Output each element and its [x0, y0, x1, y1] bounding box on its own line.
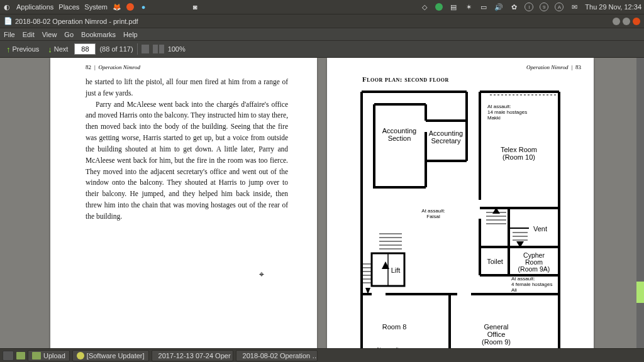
taskbar: Upload [Software Updater] 2017-12-13 07-…	[0, 348, 644, 362]
maximize-button[interactable]	[623, 18, 630, 25]
files-icon[interactable]	[16, 352, 25, 359]
menu-file[interactable]: File	[4, 31, 15, 38]
document-viewport[interactable]: 82 | Operation Nimrod he started to lift…	[0, 58, 644, 348]
arrow-down-icon: ↓	[48, 45, 52, 54]
running-head-left: Operation Nimrod	[98, 64, 140, 70]
task-doc-2[interactable]: 2018-08-02 Operation …	[236, 350, 318, 361]
page-right: Operation Nimrod | 83 Floor plan: second…	[327, 58, 594, 348]
close-button[interactable]	[633, 18, 640, 25]
task-doc-1-label: 2017-12-13 07-24 Oper …	[158, 352, 233, 359]
zoom-level[interactable]: 100%	[168, 45, 186, 53]
menu-edit[interactable]: Edit	[23, 31, 35, 38]
svg-text:AccountingSection: AccountingSection	[382, 127, 416, 142]
svg-text:Toilet: Toilet	[487, 258, 503, 265]
task-doc-2-label: 2018-08-02 Operation …	[243, 352, 318, 359]
floor-plan-diagram: AccountingSection AccountingSecretary Te…	[357, 87, 564, 348]
info-icon[interactable]: I	[525, 3, 533, 11]
page-header-right: Operation Nimrod | 83	[340, 64, 581, 70]
task-upload-label: Upload	[43, 352, 65, 359]
page-num-left: 82	[86, 64, 91, 70]
menu-help[interactable]: Help	[123, 31, 138, 38]
svg-text:Room 8: Room 8	[382, 323, 407, 331]
firefox-icon[interactable]: 🦊	[113, 3, 121, 11]
sync-icon[interactable]	[435, 3, 443, 11]
page-header-left: 82 | Operation Nimrod	[86, 64, 288, 70]
system-bar: ◐ Applications Places System 🦊 ● ◙ ◇ ▤ ✶…	[0, 0, 644, 14]
para-1: he started to lift the pistol, all four …	[86, 77, 288, 99]
svg-text:Vent: Vent	[533, 225, 547, 233]
wifi-icon[interactable]: ✶	[464, 3, 473, 11]
task-software-updater[interactable]: [Software Updater]	[72, 350, 149, 361]
menu-system[interactable]: System	[84, 3, 108, 11]
folder-icon	[32, 352, 41, 359]
svg-text:At assault:Faisal: At assault:Faisal	[421, 208, 445, 219]
ubuntu-icon[interactable]: ◐	[3, 3, 11, 11]
system-bar-right: ◇ ▤ ✶ ▭ 🔊 ✿ I 9 A ✉ Thu 29 Nov, 12:34	[420, 3, 641, 11]
svg-text:Telex Room(Room 10): Telex Room(Room 10)	[501, 146, 537, 161]
arrow-up-icon: ↑	[6, 45, 11, 54]
pdf-icon: 📄	[4, 17, 13, 26]
window-title: 2018-08-02 Operation Nimrod - print.pdf	[15, 18, 138, 25]
nine-icon[interactable]: 9	[540, 3, 548, 11]
folder-tray-icon[interactable]: ▤	[449, 3, 458, 11]
svg-text:AccountingSecretary: AccountingSecretary	[429, 129, 463, 145]
menu-go[interactable]: Go	[64, 31, 74, 38]
show-desktop-button[interactable]	[3, 351, 14, 361]
menu-places[interactable]: Places	[58, 3, 79, 11]
window-controls	[613, 18, 644, 25]
para-2: Parry and McAleese went back into the ch…	[86, 99, 288, 222]
previous-button[interactable]: ↑Previous	[4, 43, 42, 55]
brave-icon[interactable]	[126, 3, 134, 11]
svg-text:At assault:4 female hostagesAl: At assault:4 female hostagesAli	[511, 276, 552, 293]
svg-text:GeneralOffice(Room 9): GeneralOffice(Room 9)	[482, 323, 511, 346]
page-num-right: 83	[575, 64, 581, 70]
location-icon[interactable]: ◇	[420, 3, 429, 11]
a-icon[interactable]: A	[555, 3, 564, 11]
task-upload[interactable]: Upload	[28, 350, 70, 361]
svg-text:At assault:14 male hostagesMak: At assault:14 male hostagesMakki	[487, 104, 527, 121]
separator	[137, 43, 138, 55]
floor-plan-title: Floor plan: second floor	[362, 75, 581, 83]
scrollbar-thumb[interactable]	[636, 282, 644, 303]
vertical-scrollbar[interactable]	[636, 58, 644, 348]
page-spread: 82 | Operation Nimrod he started to lift…	[0, 58, 644, 348]
battery-icon[interactable]: ▭	[479, 3, 488, 11]
svg-text:CypherRoom(Room 9A): CypherRoom(Room 9A)	[518, 251, 550, 273]
app-icon[interactable]: ◙	[191, 3, 199, 11]
body-text: he started to lift the pistol, all four …	[86, 77, 288, 222]
volume-icon[interactable]: 🔊	[494, 3, 503, 11]
minimize-button[interactable]	[613, 18, 620, 25]
task-doc-1[interactable]: 2017-12-13 07-24 Oper …	[152, 350, 233, 361]
system-bar-left: ◐ Applications Places System 🦊 ● ◙	[3, 3, 199, 11]
running-head-right: Operation Nimrod	[526, 64, 568, 70]
view-dual-icon[interactable]	[153, 45, 164, 53]
updater-icon	[77, 352, 84, 359]
chromium-icon[interactable]: ●	[139, 3, 148, 11]
svg-text:At assault:Hassan: At assault:Hassan	[376, 346, 399, 348]
clock[interactable]: Thu 29 Nov, 12:34	[585, 3, 641, 11]
page-left: 82 | Operation Nimrod he started to lift…	[50, 58, 317, 348]
window-titlebar: 📄 2018-08-02 Operation Nimrod - print.pd…	[0, 14, 644, 28]
menu-bookmarks[interactable]: Bookmarks	[81, 31, 116, 38]
gear-icon[interactable]: ✿	[509, 3, 518, 11]
previous-label: Previous	[13, 45, 40, 53]
next-label: Next	[54, 45, 69, 53]
task-software-updater-label: [Software Updater]	[87, 352, 145, 359]
view-single-icon[interactable]	[142, 45, 149, 53]
svg-text:Lift: Lift	[391, 266, 401, 274]
page-number-input[interactable]	[74, 43, 96, 55]
menu-view[interactable]: View	[42, 31, 57, 38]
toolbar: ↑Previous ↓Next (88 of 117) 100%	[0, 40, 644, 58]
next-button[interactable]: ↓Next	[45, 43, 70, 55]
page-total: (88 of 117)	[99, 45, 133, 53]
notification-icon[interactable]: ✉	[570, 3, 579, 11]
menu-applications[interactable]: Applications	[16, 3, 53, 11]
app-menubar: File Edit View Go Bookmarks Help	[0, 28, 644, 40]
